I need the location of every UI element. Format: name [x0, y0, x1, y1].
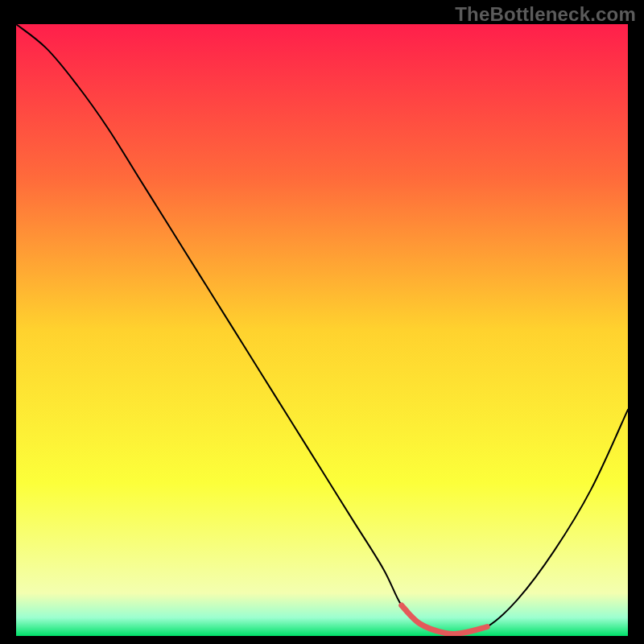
chart-plot [16, 24, 628, 636]
gradient-background [16, 24, 628, 636]
chart-svg [16, 24, 628, 636]
chart-container: TheBottleneck.com [0, 0, 644, 644]
watermark-text: TheBottleneck.com [455, 3, 636, 26]
